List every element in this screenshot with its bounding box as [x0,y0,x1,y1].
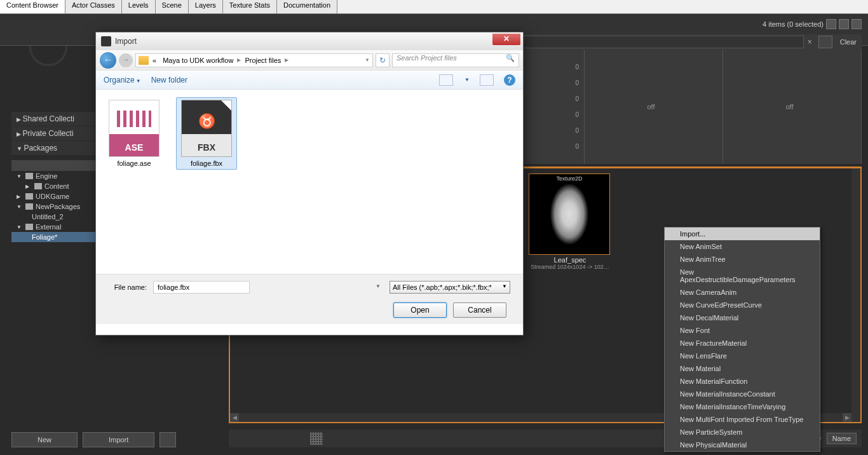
import-button[interactable]: Import [83,432,154,447]
count: 0 [575,64,579,71]
asset-type-label: Texture2D [529,175,609,182]
scroll-right-icon[interactable]: ▶ [843,413,851,422]
chevron-right-icon: ▶ [285,57,288,63]
app-icon [101,36,111,46]
search-icon: 🔍 [506,54,515,62]
chevron-right-icon: ▶ [237,57,241,63]
dialog-titlebar[interactable]: Import ✕ [96,32,523,50]
folder-icon [34,183,42,189]
asset-info: Streamed 1024x1024 -> 102… [529,264,611,270]
file-list[interactable]: foliage.ase ♉ foliage.fbx [96,90,523,274]
cancel-button[interactable]: Cancel [453,302,506,318]
tab-actor-classes[interactable]: Actor Classes [65,0,122,13]
window-icon[interactable] [839,19,849,29]
dialog-footer: File name: ▼ All Files (*.apb;*.apx;*.bi… [96,274,523,324]
path-segment[interactable]: Project files [242,57,283,64]
tree-label: UDKGame [36,193,69,200]
preview-pane-icon[interactable] [480,74,494,86]
context-menu: Import... New AnimSet New AnimTree New A… [664,227,820,452]
top-tabs: Content Browser Actor Classes Levels Sce… [0,0,868,14]
file-name: foliage.ase [106,160,162,167]
asset-thumbnail: Texture2D [529,173,610,255]
menu-item[interactable]: New AnimSet [665,240,820,253]
menu-item[interactable]: New Font [665,324,820,337]
file-filter-dropdown[interactable]: All Files (*.apb;*.apx;*.bik;*.fbx;* ▼ [390,281,510,294]
tree-label: Untitled_2 [32,213,64,221]
vertical-scrollbar[interactable] [851,168,860,422]
folder-icon [25,224,33,230]
import-dialog: Import ✕ ← → « Maya to UDK workflow ▶ Pr… [95,32,524,336]
open-folder-icon[interactable] [159,432,176,447]
file-foliage-ase[interactable]: foliage.ase [104,97,165,170]
menu-item[interactable]: New ApexDestructibleDamageParameters [665,266,820,286]
file-foliage-fbx[interactable]: ♉ foliage.fbx [176,97,237,170]
search-placeholder: Search Project files [397,54,457,62]
menu-item[interactable]: New PhysicalMaterial [665,438,820,451]
nav-forward-button[interactable]: → [119,53,133,67]
tab-levels[interactable]: Levels [122,0,156,13]
open-button[interactable]: Open [393,302,447,318]
tree-label: NewPackages [36,203,80,210]
menu-item[interactable]: New CurveEdPresetCurve [665,299,820,311]
path-segment[interactable]: Maya to UDK workflow [160,57,236,64]
tab-texture-stats[interactable]: Texture Stats [223,0,277,13]
tab-scene[interactable]: Scene [156,0,189,13]
search-field[interactable]: Search Project files🔍 [392,53,519,67]
count: 0 [575,111,579,118]
help-icon[interactable]: ? [504,74,515,86]
chevron-down-icon[interactable]: ▼ [376,283,381,289]
grid-view-icon[interactable] [310,432,323,445]
sidebar-buttons: New Import [11,432,176,447]
sort-dropdown[interactable]: Name [827,433,857,444]
tab-layers[interactable]: Layers [189,0,223,13]
item-count: 4 items (0 selected) [763,20,824,28]
clear-filter-x[interactable]: × [804,37,816,46]
count: 0 [575,79,579,86]
dialog-title: Import [115,37,137,46]
tab-documentation[interactable]: Documentation [277,0,337,13]
scroll-left-icon[interactable]: ◀ [230,413,239,422]
tree-label: Content [44,182,69,190]
filter-settings-icon[interactable] [818,36,832,48]
path-breadcrumb[interactable]: « Maya to UDK workflow ▶ Project files ▶… [135,53,373,67]
menu-item[interactable]: New MaterialInstanceConstant [665,388,820,400]
menu-item[interactable]: New CameraAnim [665,286,820,299]
main-area: 4 items (0 selected) × Clear 0 0 0 0 0 0… [0,14,868,455]
organize-menu[interactable]: Organize▼ [104,76,141,85]
filter-cell-3[interactable]: off [723,50,862,164]
menu-item[interactable]: New MaterialInstanceTimeVarying [665,400,820,413]
tree-label: External [36,223,61,231]
close-panel-icon[interactable] [851,19,862,29]
count: 0 [575,95,579,102]
fbx-file-icon: ♉ [181,100,232,157]
menu-item[interactable]: New DecalMaterial [665,311,820,324]
menu-item[interactable]: New LensFlare [665,350,820,362]
close-button[interactable]: ✕ [492,34,520,45]
path-prefix[interactable]: « [150,57,159,64]
tab-content-browser[interactable]: Content Browser [0,0,65,13]
lock-icon[interactable] [826,19,836,29]
filter-cell-2[interactable]: off [585,50,723,164]
menu-item[interactable]: New Material [665,362,820,375]
count: 0 [575,127,579,134]
filename-input[interactable] [153,281,250,294]
menu-item[interactable]: New ParticleSystem [665,426,820,438]
off-label: off [647,103,654,111]
chevron-down-icon[interactable]: ▼ [465,77,470,83]
file-name: foliage.fbx [179,160,234,167]
folder-icon [25,193,33,200]
menu-item[interactable]: New MaterialFunction [665,375,820,388]
menu-item[interactable]: New MultiFont Imported From TrueType [665,413,820,426]
view-mode-icon[interactable] [439,74,453,86]
new-folder-button[interactable]: New folder [151,76,187,85]
refresh-button[interactable]: ↻ [376,53,390,67]
menu-item[interactable]: New FractureMaterial [665,337,820,350]
asset-leaf-spec[interactable]: Texture2D Leaf_spec Streamed 1024x1024 -… [529,173,611,270]
new-button[interactable]: New [11,432,78,447]
clear-button[interactable]: Clear [835,38,862,46]
count: 0 [575,143,579,150]
menu-item[interactable]: New AnimTree [665,253,820,266]
nav-back-button[interactable]: ← [100,52,116,69]
menu-import[interactable]: Import... [665,228,820,240]
chevron-down-icon[interactable]: ▼ [365,57,370,63]
